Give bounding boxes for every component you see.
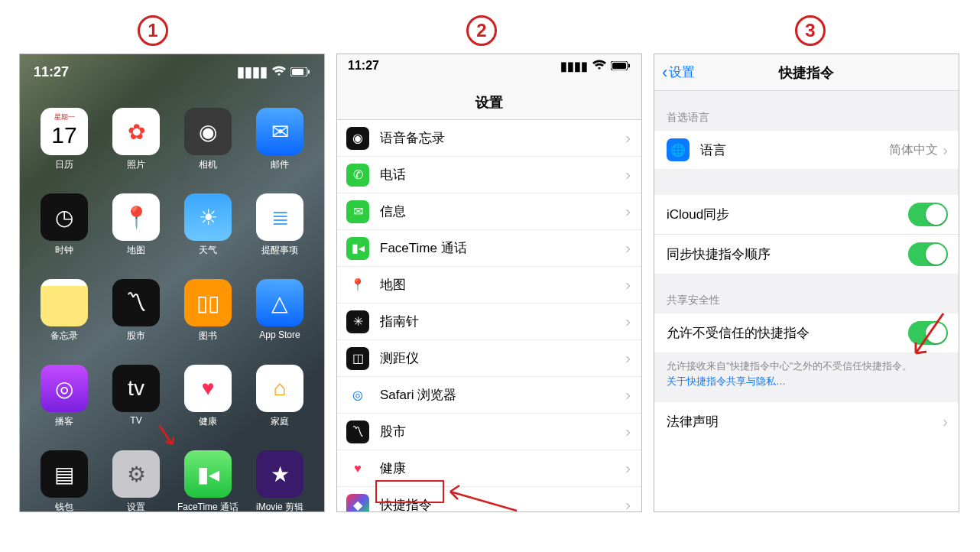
notes-icon (41, 279, 88, 326)
row-label: 指南针 (380, 313, 625, 330)
status-icons: ▮▮▮▮ (237, 63, 310, 80)
legal-row[interactable]: 法律声明 › (654, 402, 959, 440)
app-label: 提醒事项 (261, 244, 298, 257)
app-photos[interactable]: ✿照片 (102, 108, 170, 190)
row-label: 电话 (380, 166, 625, 183)
compass-icon: ✳ (346, 310, 369, 333)
app-clock[interactable]: ◷时钟 (31, 193, 98, 276)
svg-rect-1 (292, 69, 303, 75)
wifi-icon (272, 64, 286, 80)
facetime-icon: ▮◂ (184, 450, 232, 498)
app-label: 钱包 (55, 501, 73, 512)
app-label: 天气 (199, 244, 217, 257)
svg-rect-5 (628, 63, 630, 67)
step-1-badge: 1 (138, 15, 168, 46)
facetime-icon: ▮◂ (346, 237, 369, 260)
appstore-icon: △ (256, 279, 303, 326)
icloud-sync-row[interactable]: iCloud同步 (654, 195, 959, 235)
phone-3-shortcuts-settings: ‹ 设置 快捷指令 首选语言 🌐 语言 简体中文 › iCloud同步 同步快捷… (654, 54, 959, 512)
chevron-left-icon: ‹ (662, 63, 667, 83)
chevron-right-icon: › (625, 239, 631, 257)
app-facetime[interactable]: ▮◂FaceTime 通话 (174, 450, 242, 512)
sync-order-row[interactable]: 同步快捷指令顺序 (654, 235, 959, 274)
chevron-right-icon: › (625, 349, 631, 367)
settings-row-facetime[interactable]: ▮◂FaceTime 通话› (337, 230, 641, 267)
app-calendar[interactable]: 星期一17日历 (31, 108, 98, 190)
app-notes[interactable]: 备忘录 (31, 279, 98, 362)
chevron-right-icon: › (625, 496, 631, 512)
settings-icon: ⚙ (112, 450, 160, 498)
section-security-header: 共享安全性 (654, 274, 959, 313)
chevron-right-icon: › (625, 386, 631, 404)
app-reminders[interactable]: ≣提醒事项 (246, 193, 313, 276)
settings-row-messages[interactable]: ✉信息› (337, 193, 641, 230)
row-label: 信息 (380, 203, 625, 220)
chevron-right-icon: › (943, 141, 948, 159)
settings-row-measure[interactable]: ◫测距仪› (337, 340, 641, 377)
app-camera[interactable]: ◉相机 (174, 108, 242, 190)
shortcuts-header: ‹ 设置 快捷指令 (654, 54, 959, 91)
app-imovie[interactable]: ★iMovie 剪辑 (246, 450, 313, 512)
app-mail[interactable]: ✉邮件 (246, 108, 313, 190)
phone-1-homescreen: 11:27 ▮▮▮▮ 星期一17日历✿照片◉相机✉邮件◷时钟📍地图☀天气≣提醒事… (19, 54, 325, 512)
settings-row-safari[interactable]: ◎Safari 浏览器› (337, 377, 641, 414)
settings-row-voice-memos[interactable]: ◉语音备忘录› (337, 120, 641, 157)
row-label: 股市 (380, 423, 625, 440)
app-label: 播客 (55, 415, 73, 428)
app-label: 备忘录 (50, 330, 78, 343)
app-home[interactable]: ⌂家庭 (246, 365, 313, 447)
photos-icon: ✿ (112, 108, 160, 155)
sync-order-label: 同步快捷指令顺序 (667, 245, 908, 263)
shortcuts-title: 快捷指令 (654, 63, 959, 82)
app-maps[interactable]: 📍地图 (102, 193, 170, 276)
app-books[interactable]: ▯▯图书 (174, 279, 242, 362)
wallet-icon: ▤ (41, 450, 88, 498)
health-icon: ♥ (184, 365, 232, 412)
status-bar: 11:27 ▮▮▮▮ (20, 60, 324, 83)
stocks-icon: 〽 (346, 420, 369, 443)
arrow-to-settings-icon (156, 423, 180, 452)
app-settings[interactable]: ⚙设置 (102, 450, 170, 512)
untrusted-note-text: 允许接收来自"快捷指令中心"之外的不受信任快捷指令。 (667, 360, 912, 372)
app-label: 健康 (199, 415, 217, 428)
health-icon: ♥ (346, 457, 369, 480)
icloud-sync-label: iCloud同步 (667, 206, 908, 223)
section-lang-header: 首选语言 (654, 91, 959, 131)
phone-icon: ✆ (346, 164, 369, 187)
settings-row-stocks[interactable]: 〽股市› (337, 414, 641, 450)
app-health[interactable]: ♥健康 (174, 365, 242, 447)
icloud-sync-toggle[interactable] (908, 203, 948, 226)
step-3-badge: 3 (795, 15, 826, 46)
sync-order-toggle[interactable] (908, 242, 948, 266)
app-label: 设置 (127, 501, 145, 512)
app-label: 相机 (199, 158, 217, 171)
maps-icon: 📍 (346, 274, 369, 297)
language-row[interactable]: 🌐 语言 简体中文 › (654, 131, 959, 169)
app-podcasts[interactable]: ◎播客 (31, 365, 98, 447)
privacy-link[interactable]: 关于快捷指令共享与隐私… (667, 375, 786, 387)
chevron-right-icon: › (943, 413, 948, 430)
step-2-badge: 2 (466, 15, 497, 46)
home-icon: ⌂ (256, 365, 303, 412)
shortcuts-icon: ◆ (346, 494, 369, 513)
app-wallet[interactable]: ▤钱包 (31, 450, 98, 512)
battery-icon (290, 64, 310, 80)
app-appstore[interactable]: △App Store (246, 279, 313, 362)
globe-icon: 🌐 (667, 138, 690, 161)
maps-icon: 📍 (112, 193, 160, 241)
app-weather[interactable]: ☀天气 (174, 193, 242, 276)
settings-row-compass[interactable]: ✳指南针› (337, 304, 641, 340)
app-label: 邮件 (271, 158, 289, 171)
row-label: 测距仪 (380, 349, 625, 367)
settings-row-phone[interactable]: ✆电话› (337, 157, 641, 193)
back-button[interactable]: ‹ 设置 (662, 63, 695, 83)
svg-rect-2 (308, 70, 310, 73)
settings-row-maps[interactable]: 📍地图› (337, 267, 641, 304)
row-label: 语音备忘录 (380, 129, 625, 147)
app-stocks[interactable]: 〽股市 (102, 279, 170, 362)
status-time: 11:27 (34, 64, 69, 80)
clock-icon: ◷ (41, 193, 88, 241)
stocks-icon: 〽 (112, 279, 160, 326)
chevron-right-icon: › (625, 203, 631, 220)
settings-list[interactable]: ◉语音备忘录›✆电话›✉信息›▮◂FaceTime 通话›📍地图›✳指南针›◫测… (337, 120, 641, 512)
